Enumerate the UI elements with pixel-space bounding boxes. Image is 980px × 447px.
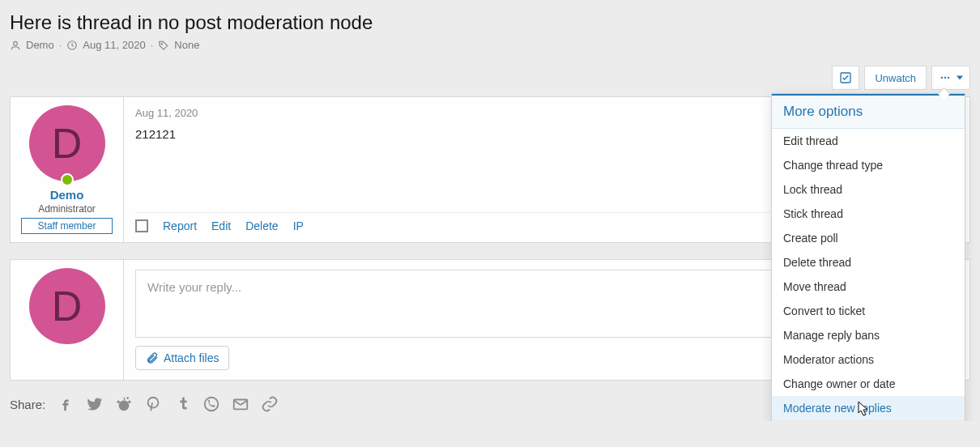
dropdown-item-move-thread[interactable]: Move thread <box>772 275 965 299</box>
presence-icon <box>61 173 74 186</box>
thread-meta: Demo · Aug 11, 2020 · None <box>10 39 970 51</box>
unwatch-label: Unwatch <box>875 72 916 84</box>
dropdown-item-stick-thread[interactable]: Stick thread <box>772 202 965 226</box>
dropdown-item-delete-thread[interactable]: Delete thread <box>772 250 965 275</box>
dropdown-header: More options <box>772 96 965 129</box>
select-checkbox-button[interactable] <box>832 66 859 90</box>
avatar[interactable]: D <box>29 105 105 181</box>
user-icon <box>10 40 21 51</box>
more-options-dropdown: More options Edit threadChange thread ty… <box>771 93 965 421</box>
more-options-button[interactable] <box>931 66 970 90</box>
thread-author: Demo <box>26 39 54 51</box>
edit-link[interactable]: Edit <box>211 219 231 232</box>
svg-point-7 <box>119 400 130 411</box>
checkbox-checked-icon <box>839 71 852 84</box>
dropdown-item-convert-to-ticket[interactable]: Convert to ticket <box>772 299 965 323</box>
svg-point-9 <box>117 401 120 403</box>
post-select-checkbox[interactable] <box>135 219 148 232</box>
thread-prefix: None <box>174 39 199 51</box>
post-author-role: Administrator <box>14 203 120 215</box>
svg-point-2 <box>161 43 162 44</box>
unwatch-button[interactable]: Unwatch <box>864 66 927 90</box>
svg-point-6 <box>948 77 949 79</box>
svg-point-12 <box>205 398 219 411</box>
dropdown-item-moderate-new-replies[interactable]: Moderate new replies <box>772 396 965 420</box>
clock-icon <box>66 40 78 51</box>
caret-down-icon <box>957 74 963 81</box>
svg-point-0 <box>14 41 18 45</box>
dropdown-item-lock-thread[interactable]: Lock thread <box>772 177 965 202</box>
attach-label: Attach files <box>164 351 219 364</box>
svg-point-5 <box>944 77 946 79</box>
tag-icon <box>158 40 169 51</box>
svg-point-10 <box>126 397 129 399</box>
dropdown-item-edit-thread[interactable]: Edit thread <box>772 129 965 153</box>
reply-avatar[interactable]: D <box>29 268 105 344</box>
dropdown-item-change-thread-type[interactable]: Change thread type <box>772 153 965 177</box>
dots-icon <box>939 72 952 83</box>
staff-badge: Staff member <box>21 218 113 234</box>
reddit-icon[interactable] <box>115 395 133 413</box>
dropdown-item-manage-reply-bans[interactable]: Manage reply bans <box>772 323 965 347</box>
attach-files-button[interactable]: Attach files <box>135 346 229 370</box>
twitter-icon[interactable] <box>86 395 104 413</box>
facebook-icon[interactable] <box>57 395 75 413</box>
ip-link[interactable]: IP <box>293 219 304 232</box>
svg-point-8 <box>128 401 130 403</box>
report-link[interactable]: Report <box>163 219 197 232</box>
delete-link[interactable]: Delete <box>245 219 278 232</box>
whatsapp-icon[interactable] <box>202 395 220 413</box>
thread-date: Aug 11, 2020 <box>83 39 145 51</box>
svg-point-4 <box>941 77 943 79</box>
dropdown-item-change-owner-or-date[interactable]: Change owner or date <box>772 372 965 396</box>
post-author-name[interactable]: Demo <box>14 188 120 202</box>
tumblr-icon[interactable] <box>173 395 191 413</box>
email-icon[interactable] <box>232 395 249 413</box>
share-label: Share: <box>10 398 45 411</box>
dropdown-item-create-poll[interactable]: Create poll <box>772 226 965 250</box>
svg-point-11 <box>148 398 159 408</box>
thread-title: Here is thread in no post moderation nod… <box>10 11 970 34</box>
paperclip-icon <box>146 351 159 364</box>
pinterest-icon[interactable] <box>144 395 162 413</box>
dropdown-item-moderator-actions[interactable]: Moderator actions <box>772 347 965 372</box>
link-icon[interactable] <box>261 395 279 413</box>
